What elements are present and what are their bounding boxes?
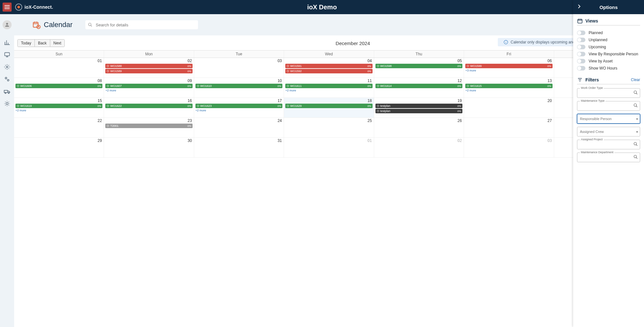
- more-events-link[interactable]: +2 more: [465, 89, 552, 92]
- work-order-event[interactable]: WO15990%: [465, 64, 552, 68]
- rail-fleet[interactable]: [3, 88, 11, 95]
- work-order-event[interactable]: WO15890%: [105, 69, 192, 73]
- toggle-switch[interactable]: [577, 31, 585, 35]
- avatar[interactable]: [3, 20, 12, 29]
- search-icon[interactable]: [633, 90, 638, 96]
- search-icon[interactable]: [633, 103, 638, 109]
- work-order-event[interactable]: WO16150%: [465, 84, 552, 88]
- maintenance-type-field[interactable]: Maintenance Type: [577, 101, 640, 111]
- responsible-person-field[interactable]: [577, 114, 640, 124]
- maintenance-department-field[interactable]: Maintenance Department: [577, 153, 640, 162]
- calendar-day[interactable]: 01: [14, 58, 104, 78]
- work-order-event[interactable]: testplan0%: [375, 104, 462, 108]
- rail-settings[interactable]: [3, 63, 11, 71]
- toggle-switch[interactable]: [577, 38, 585, 42]
- work-order-event[interactable]: WO16110%: [285, 84, 372, 88]
- calendar-day[interactable]: 12WO16140%: [374, 78, 464, 98]
- calendar-day[interactable]: 18WO16290%: [284, 98, 374, 117]
- calendar-day[interactable]: 03: [464, 138, 554, 157]
- calendar-day[interactable]: 05WO15980%: [374, 58, 464, 78]
- assigned-project-field[interactable]: Assigned Project: [577, 140, 640, 149]
- truck-icon: [4, 88, 10, 95]
- work-order-event[interactable]: T20010%: [105, 124, 192, 128]
- toggle-label: Show WO Hours: [589, 66, 617, 70]
- calendar-day[interactable]: 19testplan0%testplan0%: [374, 98, 464, 117]
- calendar-day[interactable]: 29: [14, 138, 104, 157]
- menu-button[interactable]: [3, 3, 12, 12]
- rail-admin[interactable]: [3, 100, 11, 107]
- toggle-switch[interactable]: [577, 59, 585, 63]
- work-order-type-input[interactable]: [577, 89, 640, 98]
- calendar-day[interactable]: 10WO16100%: [194, 78, 284, 98]
- calendar-day[interactable]: 25: [284, 118, 374, 137]
- work-order-type-field[interactable]: Work Order Type: [577, 88, 640, 98]
- assigned-project-input[interactable]: [577, 140, 640, 149]
- work-order-event[interactable]: WO15880%: [105, 64, 192, 68]
- calendar-day[interactable]: 11WO16110%+2 more: [284, 78, 374, 98]
- rail-screens[interactable]: [3, 51, 11, 59]
- calendar-day[interactable]: 30: [104, 138, 194, 157]
- calendar-day[interactable]: 02WO15880%WO15890%: [104, 58, 194, 78]
- calendar-day[interactable]: 01: [284, 138, 374, 157]
- filters-title: Filters: [585, 77, 599, 82]
- chevron-down-icon[interactable]: [636, 117, 638, 121]
- maintenance-type-input[interactable]: [577, 101, 640, 110]
- cogs-icon: [4, 76, 10, 82]
- work-order-event[interactable]: WO16190%: [15, 104, 102, 108]
- more-events-link[interactable]: +2 more: [15, 109, 102, 112]
- day-number: 29: [98, 138, 102, 143]
- assigned-crew-input[interactable]: [577, 127, 640, 136]
- rail-automation[interactable]: [3, 75, 11, 83]
- calendar-day[interactable]: 06WO15990%+3 more: [464, 58, 554, 78]
- calendar-day[interactable]: 13WO16150%+2 more: [464, 78, 554, 98]
- views-title: Views: [585, 18, 598, 23]
- today-button[interactable]: Today: [18, 40, 35, 47]
- calendar-day[interactable]: 24: [194, 118, 284, 137]
- work-order-event[interactable]: WO16220%: [105, 104, 192, 108]
- calendar-day[interactable]: 15WO16190%+2 more: [14, 98, 104, 117]
- back-button[interactable]: Back: [35, 40, 50, 47]
- toggle-switch[interactable]: [577, 45, 585, 49]
- toggle-switch[interactable]: [577, 66, 585, 70]
- calendar-day[interactable]: 04WO15910%WO15920%: [284, 58, 374, 78]
- responsible-person-input[interactable]: [577, 114, 640, 123]
- toggle-switch[interactable]: [577, 52, 585, 56]
- calendar-day[interactable]: 26: [374, 118, 464, 137]
- work-order-event[interactable]: testplan0%: [375, 109, 462, 113]
- calendar-day[interactable]: 22: [14, 118, 104, 137]
- day-number: 08: [98, 79, 102, 83]
- more-events-link[interactable]: +3 more: [465, 69, 552, 72]
- calendar-day[interactable]: 23T20010%: [104, 118, 194, 137]
- calendar-day[interactable]: 31: [194, 138, 284, 157]
- maintenance-department-input[interactable]: [577, 153, 640, 162]
- calendar-day[interactable]: 20: [464, 98, 554, 117]
- calendar-day[interactable]: 17WO16230%+2 more: [194, 98, 284, 117]
- work-order-event[interactable]: WO16290%: [285, 104, 372, 108]
- work-order-event[interactable]: WO15980%: [375, 64, 462, 68]
- rail-dashboard[interactable]: [3, 39, 11, 46]
- work-order-event[interactable]: WO16140%: [375, 84, 462, 88]
- more-events-link[interactable]: +2 more: [105, 89, 192, 92]
- search-icon[interactable]: [633, 142, 638, 147]
- more-events-link[interactable]: +2 more: [195, 109, 282, 112]
- more-events-link[interactable]: +2 more: [285, 89, 372, 92]
- collapse-panel-button[interactable]: [576, 4, 582, 10]
- assigned-crew-field[interactable]: [577, 127, 640, 136]
- work-order-event[interactable]: WO16070%: [105, 84, 192, 88]
- work-order-event[interactable]: WO16230%: [195, 104, 282, 108]
- chevron-down-icon[interactable]: [636, 129, 638, 134]
- work-order-event[interactable]: WO16100%: [195, 84, 282, 88]
- work-order-event[interactable]: WO15910%: [285, 64, 372, 68]
- calendar-day[interactable]: 27: [464, 118, 554, 137]
- calendar-day[interactable]: 08WO16060%: [14, 78, 104, 98]
- calendar-day[interactable]: 16WO16220%: [104, 98, 194, 117]
- search-input[interactable]: [85, 20, 198, 29]
- search-icon[interactable]: [633, 155, 638, 160]
- calendar-day[interactable]: 02: [374, 138, 464, 157]
- work-order-event[interactable]: WO15920%: [285, 69, 372, 73]
- next-button[interactable]: Next: [50, 40, 65, 47]
- work-order-event[interactable]: WO16060%: [15, 84, 102, 88]
- calendar-day[interactable]: 09WO16070%+2 more: [104, 78, 194, 98]
- clear-filters-button[interactable]: Clear: [631, 78, 640, 82]
- calendar-day[interactable]: 03: [194, 58, 284, 78]
